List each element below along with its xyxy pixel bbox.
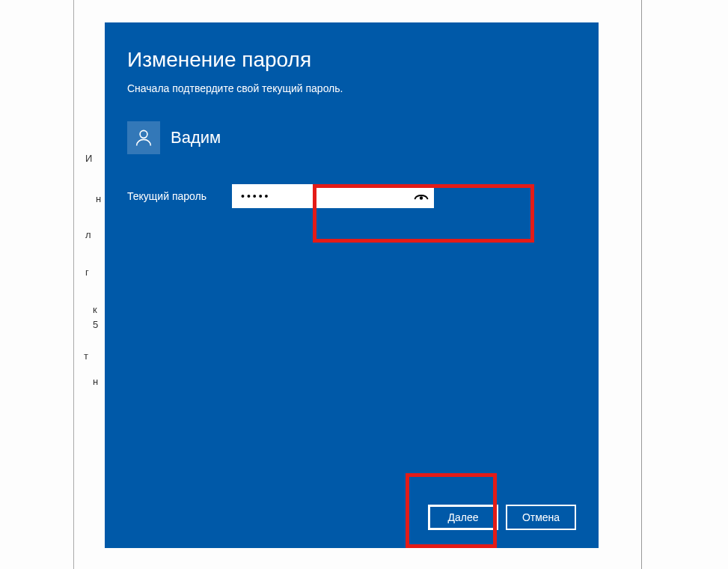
current-password-row: Текущий пароль xyxy=(127,184,576,208)
dialog-subtitle: Сначала подтвердите свой текущий пароль. xyxy=(127,82,576,94)
change-password-dialog: Изменение пароля Сначала подтвердите сво… xyxy=(105,22,599,548)
username-label: Вадим xyxy=(171,128,221,147)
person-icon xyxy=(133,127,154,148)
user-avatar xyxy=(127,121,160,154)
svg-point-0 xyxy=(140,130,147,138)
password-input-wrap xyxy=(232,184,434,208)
reveal-password-button[interactable] xyxy=(413,188,429,204)
dialog-title: Изменение пароля xyxy=(127,48,576,72)
user-row: Вадим xyxy=(127,121,576,154)
cancel-button[interactable]: Отмена xyxy=(506,505,576,530)
svg-point-1 xyxy=(420,196,423,199)
dialog-button-row: Далее Отмена xyxy=(428,505,576,530)
current-password-label: Текущий пароль xyxy=(127,190,232,202)
background-text-fragments: И н л г к 5 т н xyxy=(75,0,105,569)
next-button[interactable]: Далее xyxy=(428,505,498,530)
current-password-input[interactable] xyxy=(232,184,434,208)
eye-icon xyxy=(414,191,429,201)
